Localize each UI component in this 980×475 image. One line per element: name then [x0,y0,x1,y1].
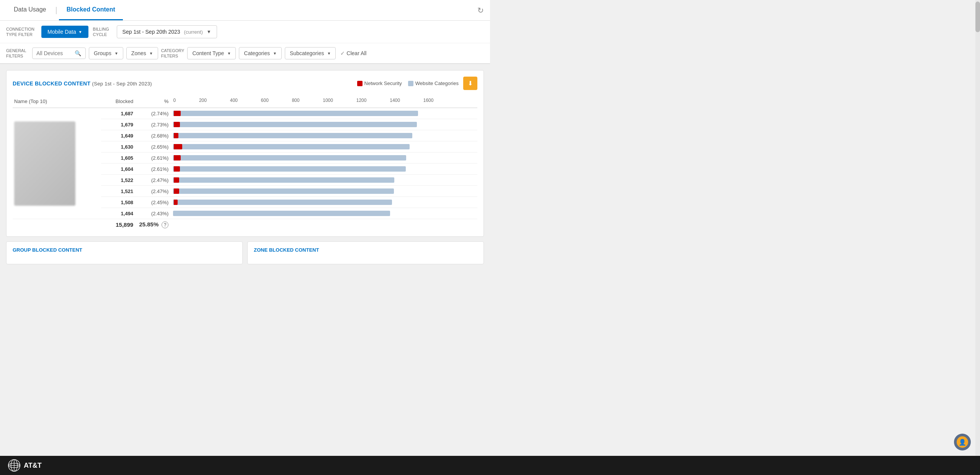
cell-blocked: 1,605 [101,152,136,164]
card-title-text: DEVICE BLOCKED CONTENT (Sep 1st - Sep 20… [13,80,152,87]
legend-color-blue [408,81,413,86]
chart-legend: Network Security Website Categories [357,80,459,86]
legend-color-red [357,81,363,86]
cell-chart [172,164,477,175]
subcategories-caret: ▼ [327,51,331,56]
cell-blocked: 1,521 [101,186,136,197]
main-content: DEVICE BLOCKED CONTENT (Sep 1st - Sep 20… [0,64,490,270]
subcategories-label: Subcategories [290,50,324,56]
clear-all-button[interactable]: ✓ Clear All [340,50,366,56]
cell-chart [172,108,477,119]
cell-pct: (2.43%) [136,208,172,219]
tab-divider: | [54,6,59,15]
billing-date-range: Sep 1st - Sep 20th 2023 [122,29,180,35]
help-icon[interactable]: ? [162,221,168,228]
device-blocked-table: Name (Top 10) Blocked % 0 200 400 600 80… [13,96,477,230]
filter-bar-connection: CONNECTIONTYPE FILTER Mobile Data ▼ BILL… [0,21,490,43]
mobile-data-caret: ▼ [78,30,82,34]
billing-caret: ▼ [207,29,211,34]
cell-chart [172,141,477,152]
billing-cycle-label: BILLINGCYCLE [93,26,112,38]
general-filters-label: GENERALFILTERS [6,48,29,59]
cell-chart [172,119,477,130]
total-blocked: 15,899 [101,219,136,231]
legend-network-security: Network Security [357,80,402,86]
zones-dropdown[interactable]: Zones ▼ [126,47,158,59]
table-header-row: Name (Top 10) Blocked % 0 200 400 600 80… [13,96,477,108]
zone-blocked-content-card: ZONE BLOCKED CONTENT [247,241,484,264]
groups-dropdown[interactable]: Groups ▼ [89,47,123,59]
cell-pct: (2.45%) [136,197,172,208]
cell-pct: (2.74%) [136,108,172,119]
table-body: 1,687(2.74%)1,679(2.73%)1,649(2.68%)1,63… [13,108,477,231]
cell-blocked: 1,679 [101,119,136,130]
group-blocked-content-card: GROUP BLOCKED CONTENT [6,241,243,264]
cell-chart [172,130,477,141]
zones-label: Zones [131,50,146,56]
cell-pct: (2.47%) [136,175,172,186]
clear-all-label: Clear All [346,50,366,56]
group-blocked-title: GROUP BLOCKED CONTENT [13,247,236,253]
all-devices-input[interactable] [36,50,75,56]
name-blur-placeholder [14,121,75,206]
top-tab-bar: Data Usage | Blocked Content ↻ [0,0,490,21]
billing-current-badge: (current) [184,29,203,35]
groups-label: Groups [94,50,111,56]
all-devices-search-wrap[interactable]: 🔍 [32,48,86,59]
categories-label: Categories [244,50,270,56]
refresh-icon[interactable]: ↻ [477,6,484,15]
subcategories-dropdown[interactable]: Subcategories ▼ [285,47,336,59]
cell-blocked: 1,522 [101,175,136,186]
card-title: DEVICE BLOCKED CONTENT (Sep 1st - Sep 20… [13,80,152,87]
table-total-row: 15,899 25.85% ? [13,219,477,231]
categories-dropdown[interactable]: Categories ▼ [239,47,282,59]
total-pct: 25.85% ? [136,219,172,231]
cell-pct: (2.61%) [136,152,172,164]
mobile-data-button[interactable]: Mobile Data ▼ [41,26,88,38]
content-type-label: Content Type [192,50,224,56]
category-filters-label: CATEGORYFILTERS [161,48,185,59]
clear-check-icon: ✓ [340,50,345,56]
content-type-dropdown[interactable]: Content Type ▼ [187,47,236,59]
chart-axis-labels: 0 200 400 600 800 1000 1200 1400 1600 [173,98,433,105]
content-type-caret: ▼ [227,51,231,56]
cell-blocked: 1,604 [101,164,136,175]
connection-type-label: CONNECTIONTYPE FILTER [6,26,37,38]
billing-cycle-dropdown[interactable]: Sep 1st - Sep 20th 2023 (current) ▼ [117,25,217,38]
cell-blocked: 1,649 [101,130,136,141]
search-icon: 🔍 [75,50,81,56]
download-button[interactable]: ⬇ [463,77,477,90]
cell-blocked: 1,687 [101,108,136,119]
tab-blocked-content[interactable]: Blocked Content [59,0,123,20]
zones-caret: ▼ [149,51,153,56]
cell-blocked: 1,494 [101,208,136,219]
cell-chart [172,186,477,197]
device-blocked-content-card: DEVICE BLOCKED CONTENT (Sep 1st - Sep 20… [6,70,484,237]
filter-bar-general: GENERALFILTERS 🔍 Groups ▼ Zones ▼ CATEGO… [0,43,490,64]
table-row[interactable]: 1,687(2.74%) [13,108,477,119]
tab-data-usage[interactable]: Data Usage [6,0,54,20]
bottom-cards-row: GROUP BLOCKED CONTENT ZONE BLOCKED CONTE… [6,241,484,264]
cell-pct: (2.65%) [136,141,172,152]
cell-chart [172,175,477,186]
col-name: Name (Top 10) [13,96,101,108]
card-date-range: (Sep 1st - Sep 20th 2023) [92,81,152,87]
cell-chart [172,208,477,219]
cell-chart [172,197,477,208]
cell-blocked: 1,630 [101,141,136,152]
cell-pct: (2.47%) [136,186,172,197]
mobile-data-label: Mobile Data [47,29,76,35]
legend-website-categories: Website Categories [408,80,459,86]
cell-chart [172,152,477,164]
groups-caret: ▼ [114,51,118,56]
zone-blocked-title: ZONE BLOCKED CONTENT [254,247,477,253]
card-header: DEVICE BLOCKED CONTENT (Sep 1st - Sep 20… [13,77,477,90]
cell-pct: (2.73%) [136,119,172,130]
categories-caret: ▼ [273,51,277,56]
col-pct: % [136,96,172,108]
cell-pct: (2.61%) [136,164,172,175]
col-chart: 0 200 400 600 800 1000 1200 1400 1600 [172,96,477,108]
cell-blocked: 1,508 [101,197,136,208]
cell-pct: (2.68%) [136,130,172,141]
col-blocked: Blocked [101,96,136,108]
